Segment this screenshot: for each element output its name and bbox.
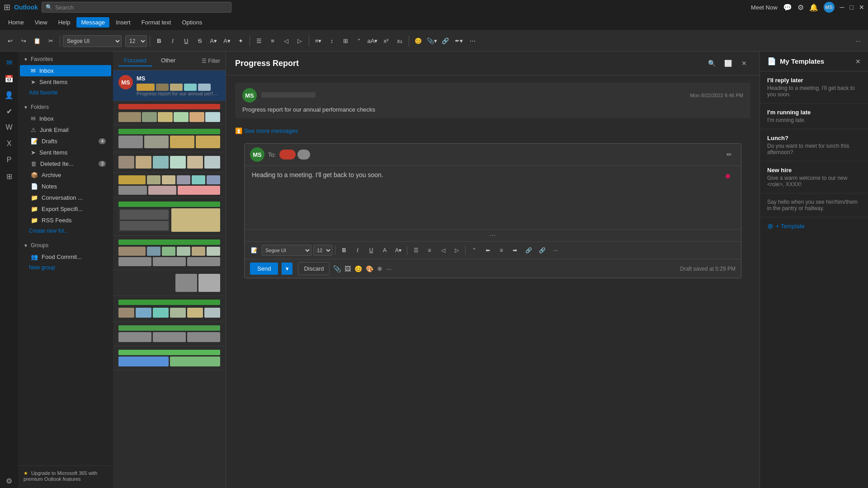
email-item-2[interactable] (113, 125, 226, 152)
compose-highlight[interactable]: A (379, 244, 391, 256)
rail-tasks[interactable]: ✔ (2, 104, 16, 118)
compose-more-actions-btn[interactable]: ··· (386, 265, 392, 272)
compose-snowflake-btn[interactable]: ❄ (377, 265, 382, 272)
rail-calendar[interactable]: 📅 (2, 71, 16, 86)
font-family-select[interactable]: Segoe UI (63, 35, 122, 47)
underline-btn[interactable]: U (180, 35, 193, 47)
template-item-4[interactable]: Say hello when you see her/him/them in t… (760, 193, 868, 217)
more-options-btn[interactable]: ⋯ (466, 35, 479, 47)
nav-junk[interactable]: ⚠ Junk Email (20, 124, 111, 136)
text-size-btn[interactable]: aA▾ (366, 35, 379, 47)
compose-attach-btn[interactable]: 📎 (333, 265, 341, 272)
send-dropdown[interactable]: ▾ (282, 263, 292, 275)
nav-drafts[interactable]: 📝 Drafts 4 (20, 136, 111, 147)
font-color-btn[interactable]: A▾ (221, 35, 233, 47)
create-new-folder-btn[interactable]: Create new fol... (18, 226, 113, 236)
groups-header[interactable]: ▼ Groups (18, 239, 113, 251)
superscript-btn[interactable]: x² (380, 35, 392, 47)
send-btn[interactable]: Send (250, 263, 278, 275)
compose-font-color[interactable]: A▾ (392, 244, 404, 256)
emoji-btn[interactable]: 😊 (412, 35, 425, 47)
compose-quote[interactable]: " (468, 244, 480, 256)
signature-btn[interactable]: ✒▾ (453, 35, 465, 47)
undo-btn[interactable]: ↩ (4, 35, 16, 47)
tab-other[interactable]: Other (156, 55, 181, 66)
email-item-3[interactable] (113, 152, 226, 173)
increase-indent-btn[interactable]: ▷ (293, 35, 306, 47)
template-item-2[interactable]: Lunch? Do you want to meet for lunch thi… (760, 129, 868, 161)
recipient-chip-1[interactable] (297, 150, 310, 160)
email-item-5[interactable] (113, 198, 226, 236)
rail-settings[interactable]: ⚙ (2, 474, 16, 488)
compose-sticker-btn[interactable]: 🎨 (366, 265, 373, 272)
rail-powerpoint[interactable]: P (2, 153, 16, 167)
compose-font-size-select[interactable]: 12 (313, 245, 332, 256)
compose-body[interactable]: Heading to a meeting. I'll get back to y… (245, 166, 741, 229)
compose-bold[interactable]: B (338, 244, 350, 256)
favorites-header[interactable]: ▼ Favorites (18, 53, 113, 65)
menu-view[interactable]: View (30, 17, 52, 28)
window-close[interactable]: ✕ (859, 4, 864, 11)
redo-btn[interactable]: ↪ (17, 35, 30, 47)
search-email-btn[interactable]: 🔍 (705, 57, 718, 70)
nav-notes[interactable]: 📄 Notes (20, 181, 111, 192)
align-btn[interactable]: ≡▾ (312, 35, 325, 47)
clipboard-btn[interactable]: ✂ (44, 35, 57, 47)
rail-apps[interactable]: ⊞ (2, 169, 16, 183)
email-item-6[interactable] (113, 236, 226, 270)
edit-recipients-btn[interactable]: ✏ (723, 148, 736, 161)
rail-excel[interactable]: X (2, 136, 16, 151)
nav-sent-favorite[interactable]: ➤ Sent Items (20, 76, 111, 88)
see-more-btn[interactable]: ⏫ See more messages (235, 124, 750, 138)
rail-word[interactable]: W (2, 120, 16, 135)
folders-header[interactable]: ▼ Folders (18, 101, 113, 113)
window-minimize[interactable]: ─ (840, 4, 844, 11)
nav-conversation[interactable]: 📁 Conversation ... (20, 192, 111, 203)
email-item-1[interactable] (113, 101, 226, 125)
format-btn[interactable]: 📋 (31, 35, 43, 47)
subscript-btn[interactable]: x₂ (393, 35, 406, 47)
nav-inbox-favorite[interactable]: ✉ Inbox (20, 65, 111, 76)
meet-now-label[interactable]: Meet Now (751, 4, 778, 11)
font-size-select[interactable]: 12 (125, 35, 147, 47)
template-item-1[interactable]: I'm running late I'm running late. (760, 103, 868, 129)
menu-help[interactable]: Help (54, 17, 75, 28)
compose-bullets[interactable]: ☰ (410, 244, 422, 256)
add-template-btn[interactable]: ⊕ + Template (760, 217, 868, 235)
add-favorite-btn[interactable]: Add favorite (18, 88, 113, 98)
email-item-7[interactable] (113, 270, 226, 296)
nav-inbox[interactable]: ✉ Inbox (20, 113, 111, 124)
filter-btn[interactable]: ☰ Filter (202, 58, 220, 64)
compose-align-right[interactable]: ➡ (509, 244, 521, 256)
compose-ellipsis[interactable]: ··· (245, 229, 741, 241)
compose-image-btn[interactable]: 🖼 (344, 265, 351, 272)
compose-italic[interactable]: I (352, 244, 363, 256)
highlight-btn[interactable]: A▾ (207, 35, 220, 47)
bullets-btn[interactable]: ☰ (253, 35, 265, 47)
settings-icon[interactable]: ⚙ (797, 3, 804, 12)
new-group-btn[interactable]: New group (18, 263, 113, 272)
table-btn[interactable]: ⊞ (339, 35, 352, 47)
quote-btn[interactable]: " (353, 35, 365, 47)
email-item-4[interactable] (113, 173, 226, 198)
compose-font-select[interactable]: Segoe UI (262, 245, 311, 256)
template-item-0[interactable]: I'll reply later Heading to a meeting. I… (760, 71, 868, 103)
upgrade-banner[interactable]: ★ Upgrade to Microsoft 365 with premium … (18, 465, 113, 486)
menu-format-text[interactable]: Format text (137, 17, 176, 28)
bold-btn[interactable]: B (153, 35, 165, 47)
rail-people[interactable]: 👤 (2, 88, 16, 102)
compose-align-center[interactable]: ≡ (495, 244, 507, 256)
compose-more[interactable]: ··· (550, 244, 561, 256)
nav-rss[interactable]: 📁 RSS Feeds (20, 215, 111, 226)
menu-message[interactable]: Message (76, 17, 109, 28)
compose-indent-less[interactable]: ◁ (437, 244, 449, 256)
avatar[interactable]: MS (824, 2, 835, 13)
compose-underline[interactable]: U (365, 244, 377, 256)
tab-focused[interactable]: Focused (118, 55, 152, 66)
format-clear-btn[interactable]: ✦ (234, 35, 247, 47)
link-btn[interactable]: 🔗 (439, 35, 452, 47)
strikethrough-btn[interactable]: S (193, 35, 206, 47)
compose-unlink[interactable]: 🔗 (536, 244, 548, 256)
discard-btn[interactable]: Discard (298, 262, 330, 275)
email-item-0[interactable]: MS MS Progress report for our annual per… (113, 70, 226, 101)
